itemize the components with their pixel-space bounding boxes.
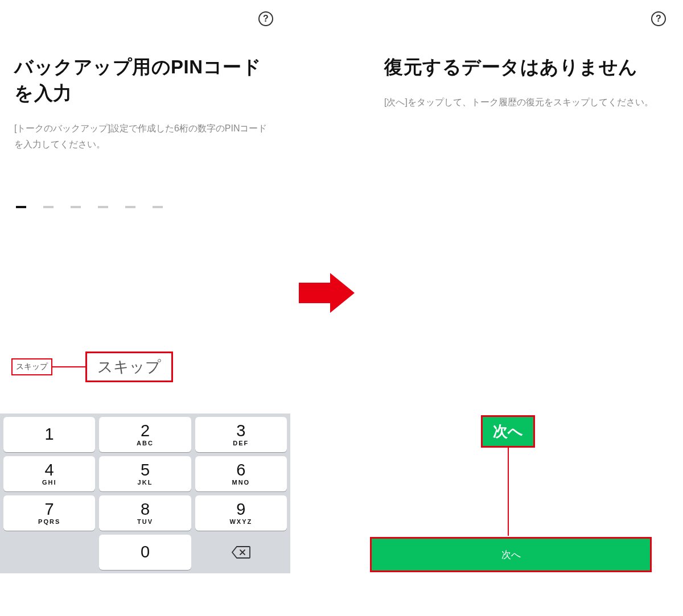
dual-screenshot-container: ? バックアップ用のPINコードを入力 [トークのバックアップ]設定で作成した6… <box>0 0 683 616</box>
arrow-right-icon <box>299 270 356 316</box>
key-letters: JKL <box>138 479 153 486</box>
svg-marker-0 <box>299 273 355 313</box>
key-4[interactable]: 4 GHI <box>3 456 95 491</box>
keypad-spacer <box>3 535 95 570</box>
key-backspace[interactable] <box>195 535 287 570</box>
key-letters: WXYZ <box>229 518 252 525</box>
keypad-row: 7 PQRS 8 TUV 9 WXYZ <box>3 495 287 531</box>
key-number: 7 <box>45 501 54 518</box>
pin-dot <box>125 206 135 208</box>
pin-dot <box>98 206 108 208</box>
skip-annotation-label: スキップ <box>11 358 52 375</box>
annotation-connector <box>52 366 85 367</box>
screen-title: バックアップ用のPINコードを入力 <box>14 54 276 106</box>
key-number: 9 <box>236 501 245 518</box>
key-3[interactable]: 3 DEF <box>195 417 287 452</box>
help-icon[interactable]: ? <box>651 11 666 26</box>
screen-title: 復元するデータはありません <box>384 54 669 80</box>
key-number: 6 <box>236 462 245 478</box>
help-icon[interactable]: ? <box>258 11 273 26</box>
skip-button-label: スキップ <box>97 358 161 375</box>
key-9[interactable]: 9 WXYZ <box>195 495 287 531</box>
key-6[interactable]: 6 MNO <box>195 456 287 491</box>
next-annotation-label: 次へ <box>493 423 523 440</box>
pin-dot <box>16 206 26 208</box>
pin-input-indicator <box>16 206 290 208</box>
next-button-label: 次へ <box>501 548 521 561</box>
key-7[interactable]: 7 PQRS <box>3 495 95 531</box>
key-number: 3 <box>236 423 245 439</box>
keypad-row: 0 <box>3 535 287 570</box>
key-number: 0 <box>141 544 150 560</box>
screen-pin-entry: ? バックアップ用のPINコードを入力 [トークのバックアップ]設定で作成した6… <box>0 0 290 616</box>
key-1[interactable]: 1 <box>3 417 95 452</box>
key-number: 8 <box>141 501 150 518</box>
backspace-icon <box>231 545 250 559</box>
key-letters: DEF <box>233 440 249 447</box>
key-letters: GHI <box>42 479 57 486</box>
pin-dot <box>153 206 163 208</box>
key-number: 1 <box>45 426 54 443</box>
numeric-keypad: 1 2 ABC 3 DEF 4 GHI 5 J <box>0 414 290 573</box>
key-letters: TUV <box>137 518 153 525</box>
skip-button[interactable]: スキップ <box>85 352 173 382</box>
screen-subtitle: [トークのバックアップ]設定で作成した6桁の数字のPINコードを入力してください… <box>14 121 276 151</box>
key-letters: MNO <box>232 479 250 486</box>
key-8[interactable]: 8 TUV <box>99 495 191 531</box>
keypad-row: 1 2 ABC 3 DEF <box>3 417 287 452</box>
key-number: 5 <box>141 462 150 478</box>
annotation-connector <box>508 448 509 536</box>
key-letters: ABC <box>137 440 154 447</box>
pin-dot <box>43 206 54 208</box>
skip-annotation: スキップ スキップ <box>11 352 173 382</box>
pin-dot <box>71 206 81 208</box>
next-annotation: 次へ <box>481 415 535 536</box>
screen-subtitle: [次へ]をタップして、トーク履歴の復元をスキップしてください。 <box>384 94 669 110</box>
key-2[interactable]: 2 ABC <box>99 417 191 452</box>
next-annotation-label-box: 次へ <box>481 415 535 448</box>
key-letters: PQRS <box>38 518 60 525</box>
next-button[interactable]: 次へ <box>370 537 652 572</box>
key-number: 4 <box>45 462 54 478</box>
key-number: 2 <box>141 423 150 439</box>
key-5[interactable]: 5 JKL <box>99 456 191 491</box>
key-0[interactable]: 0 <box>99 535 191 570</box>
keypad-row: 4 GHI 5 JKL 6 MNO <box>3 456 287 491</box>
